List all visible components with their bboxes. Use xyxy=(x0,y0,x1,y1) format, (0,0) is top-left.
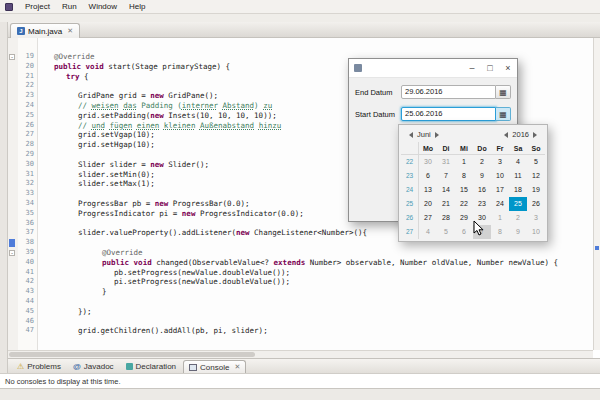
calendar-day-cell[interactable]: 31 xyxy=(437,155,455,169)
calendar-day-cell[interactable]: 13 xyxy=(419,183,437,197)
end-date-row: End Datum 29.06.2016 ▦ xyxy=(355,84,511,100)
code-text[interactable]: @Override xyxy=(38,248,593,258)
menu-item-help[interactable]: Help xyxy=(129,2,145,11)
calendar-day-cell[interactable]: 10 xyxy=(491,169,509,183)
fold-toggle-icon[interactable]: - xyxy=(9,54,15,60)
calendar-day-cell[interactable]: 6 xyxy=(419,169,437,183)
tab-problems[interactable]: ⚠ Problems xyxy=(12,360,66,373)
calendar-day-cell[interactable]: 5 xyxy=(527,155,545,169)
code-text[interactable]: pb.setProgress(newValue.doubleValue()); xyxy=(38,268,593,278)
editor-tab-mainjava[interactable]: J Main.java ✕ xyxy=(10,23,80,38)
start-date-picker-button[interactable]: ▦ xyxy=(496,107,511,121)
line-number: 43 xyxy=(18,287,38,297)
calendar-day-cell[interactable]: 2 xyxy=(509,211,527,225)
code-text[interactable]: grid.getChildren().addAll(pb, pi, slider… xyxy=(38,326,593,336)
calendar-day-cell[interactable]: 18 xyxy=(509,183,527,197)
close-button[interactable]: × xyxy=(499,59,517,77)
calendar-day-cell[interactable]: 9 xyxy=(473,169,491,183)
code-line[interactable]: 45}); xyxy=(8,307,593,317)
end-date-picker-button[interactable]: ▦ xyxy=(496,85,511,99)
calendar-day-cell[interactable]: 2 xyxy=(473,155,491,169)
tab-javadoc-label: Javadoc xyxy=(84,362,114,371)
tab-close-icon[interactable]: ✕ xyxy=(67,27,73,35)
calendar-day-cell[interactable]: 11 xyxy=(509,169,527,183)
menu-item-window[interactable]: Window xyxy=(89,2,117,11)
prev-year-icon[interactable] xyxy=(504,132,508,138)
code-line[interactable]: -39@Override xyxy=(8,248,593,258)
calendar-day-cell[interactable]: 25 xyxy=(509,197,527,211)
calendar-day-cell[interactable]: 3 xyxy=(527,211,545,225)
calendar-day-cell[interactable]: 16 xyxy=(473,183,491,197)
menu-item-run[interactable]: Run xyxy=(62,2,77,11)
code-text[interactable]: public void changed(ObservableValue<? ex… xyxy=(38,258,593,268)
code-line[interactable]: 42pi.setProgress(newValue.doubleValue())… xyxy=(8,277,593,287)
code-line[interactable]: 47grid.getChildren().addAll(pb, pi, slid… xyxy=(8,326,593,336)
console-tab-close-icon[interactable]: ✕ xyxy=(234,363,240,371)
overview-ruler[interactable] xyxy=(593,38,600,350)
calendar-grid-icon: ▦ xyxy=(499,110,507,119)
code-text[interactable]: }); xyxy=(38,307,593,317)
calendar-day-cell[interactable]: 10 xyxy=(527,225,545,239)
calendar-day-cell[interactable]: 8 xyxy=(455,169,473,183)
problems-warning-icon: ⚠ xyxy=(17,363,24,371)
start-date-label: Start Datum xyxy=(355,110,401,119)
tab-declaration[interactable]: Declaration xyxy=(121,360,181,373)
calendar-day-cell[interactable]: 6 xyxy=(455,225,473,239)
calendar-day-cell[interactable]: 1 xyxy=(491,211,509,225)
day-header: Fr xyxy=(491,142,509,154)
calendar-day-cell[interactable]: 30 xyxy=(419,155,437,169)
calendar-day-cell[interactable]: 4 xyxy=(509,155,527,169)
code-line[interactable]: 41pb.setProgress(newValue.doubleValue())… xyxy=(8,268,593,278)
code-line[interactable]: 46 xyxy=(8,317,593,327)
code-line[interactable]: 40public void changed(ObservableValue<? … xyxy=(8,258,593,268)
tab-console[interactable]: Console ✕ xyxy=(183,360,246,373)
code-text[interactable]: } xyxy=(38,287,593,297)
prev-month-icon[interactable] xyxy=(409,132,413,138)
maximize-button[interactable]: □ xyxy=(481,59,499,77)
calendar-day-cell[interactable]: 14 xyxy=(437,183,455,197)
code-text[interactable] xyxy=(38,297,593,307)
calendar-day-cell[interactable]: 5 xyxy=(437,225,455,239)
calendar-day-cell[interactable]: 24 xyxy=(491,197,509,211)
calendar-day-cell[interactable]: 7 xyxy=(437,169,455,183)
menu-item-project[interactable]: Project xyxy=(25,2,50,11)
calendar-day-cell[interactable]: 26 xyxy=(527,197,545,211)
calendar-day-cell[interactable]: 3 xyxy=(491,155,509,169)
calendar-day-cell[interactable]: 22 xyxy=(455,197,473,211)
code-line[interactable]: 44 xyxy=(8,297,593,307)
minimize-button[interactable]: – xyxy=(463,59,481,77)
scrollbar-thumb[interactable] xyxy=(9,352,255,357)
code-text[interactable] xyxy=(38,317,593,327)
calendar-day-cell[interactable]: 12 xyxy=(527,169,545,183)
start-date-input[interactable]: 25.06.2016 xyxy=(401,107,496,121)
calendar-day-cell[interactable]: 27 xyxy=(419,211,437,225)
calendar-day-cell[interactable]: 20 xyxy=(419,197,437,211)
fold-margin xyxy=(8,307,18,317)
calendar-day-cell[interactable]: 19 xyxy=(527,183,545,197)
calendar-week-row: 22303112345 xyxy=(401,155,545,169)
fold-toggle-icon[interactable]: - xyxy=(9,250,15,256)
editor-horizontal-scrollbar[interactable] xyxy=(8,350,593,358)
code-text[interactable]: pi.setProgress(newValue.doubleValue()); xyxy=(38,277,593,287)
calendar-day-cell[interactable]: 28 xyxy=(437,211,455,225)
line-number: 39 xyxy=(18,248,38,258)
fold-margin xyxy=(8,130,18,140)
dialog-titlebar[interactable]: – □ × xyxy=(349,59,517,78)
tab-javadoc[interactable]: @ Javadoc xyxy=(68,360,119,373)
calendar-day-cell[interactable]: 21 xyxy=(437,197,455,211)
next-month-icon[interactable] xyxy=(435,132,439,138)
day-header: So xyxy=(527,142,545,154)
calendar-day-cell[interactable]: 29 xyxy=(455,211,473,225)
status-bar xyxy=(0,388,600,400)
code-line[interactable]: 43} xyxy=(8,287,593,297)
calendar-day-cell[interactable]: 1 xyxy=(455,155,473,169)
calendar-day-cell[interactable]: 4 xyxy=(419,225,437,239)
next-year-icon[interactable] xyxy=(533,132,537,138)
calendar-day-cell[interactable]: 8 xyxy=(491,225,509,239)
fold-margin xyxy=(8,317,18,327)
calendar-day-cell[interactable]: 15 xyxy=(455,183,473,197)
calendar-day-cell[interactable]: 23 xyxy=(473,197,491,211)
calendar-day-cell[interactable]: 17 xyxy=(491,183,509,197)
calendar-day-cell[interactable]: 9 xyxy=(509,225,527,239)
end-date-input[interactable]: 29.06.2016 xyxy=(401,85,496,99)
